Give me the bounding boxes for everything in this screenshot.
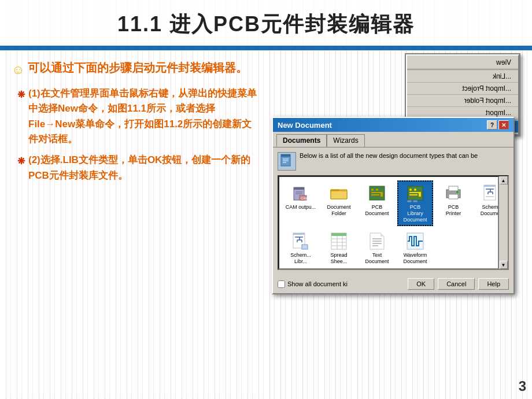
scroll-track <box>500 184 508 261</box>
icon-grid-container: CAM CAM outpu... DocumentFolder <box>278 175 509 270</box>
page-number: 3 <box>519 378 526 394</box>
schem-lib-icon <box>291 232 310 250</box>
pcb-printer-label: PCBPrinter <box>446 204 461 217</box>
step-1-content: (1)在文件管理界面单击鼠标右键，从弹出的快捷菜单中选择New命令，如图11.1… <box>28 86 257 147</box>
svg-rect-27 <box>449 186 458 191</box>
dialog-footer: Show all document ki OK Cancel Help <box>273 275 513 293</box>
dialog-body: Below is a list of all the new design do… <box>273 147 513 275</box>
scroll-up-button[interactable]: ▲ <box>500 176 508 184</box>
step-1: ❋ (1)在文件管理界面单击鼠标右键，从弹出的快捷菜单中选择New命令，如图11… <box>12 86 257 147</box>
waveform-icon <box>406 232 424 250</box>
cancel-button[interactable]: Cancel <box>438 278 475 290</box>
menu-item-view[interactable]: View <box>407 57 518 69</box>
show-all-checkbox[interactable] <box>278 280 285 288</box>
icon-pcb-library[interactable]: PCBLibraryDocument <box>397 180 433 226</box>
svg-rect-44 <box>302 245 308 249</box>
svg-rect-21 <box>409 194 418 195</box>
intro-text: ☺ 可以通过下面的步骤启动元件封装编辑器。 <box>12 59 257 79</box>
new-document-dialog: New Document ? ✕ Documents Wizards <box>272 117 515 294</box>
dialog-description: Below is a list of all the new design do… <box>278 152 509 171</box>
svg-rect-1 <box>281 154 290 157</box>
ok-button[interactable]: OK <box>408 278 434 290</box>
cam-icon: CAM <box>291 184 310 202</box>
dialog-close-button[interactable]: ✕ <box>498 120 509 130</box>
icon-schem-library[interactable]: Schem...Libr... <box>283 228 319 268</box>
show-all-label: Show all document ki <box>287 280 348 287</box>
spread-label: SpreadShee... <box>330 252 347 265</box>
pcb-doc-label: PCBDocument <box>365 204 389 217</box>
desc-icon-svg <box>279 153 295 169</box>
icon-grid: CAM CAM outpu... DocumentFolder <box>279 176 498 269</box>
pcb-lib-icon <box>406 184 424 202</box>
menu-item-import-folder[interactable]: Import Folder... <box>407 95 518 107</box>
icon-spreadsheet[interactable]: SpreadShee... <box>321 228 357 268</box>
svg-rect-20 <box>409 192 421 193</box>
menu-item-import-project[interactable]: Import Project... <box>407 83 518 95</box>
svg-rect-24 <box>413 200 418 202</box>
schem-doc-label: Schem..Documen <box>481 204 498 217</box>
page-title: 11.1 进入PCB元件封装编辑器 <box>12 10 520 39</box>
svg-text:CAM: CAM <box>301 197 308 200</box>
icon-pcb-printer[interactable]: PCBPrinter <box>435 180 471 226</box>
svg-rect-23 <box>407 200 412 202</box>
svg-point-18 <box>409 189 412 191</box>
step-1-bullet: ❋ <box>17 88 25 102</box>
dialog-titlebar: New Document ? ✕ <box>273 118 513 132</box>
title-area: 11.1 进入PCB元件封装编辑器 <box>0 0 532 46</box>
icon-document-folder[interactable]: DocumentFolder <box>321 180 357 226</box>
spread-icon <box>330 232 348 250</box>
svg-point-13 <box>376 189 378 191</box>
dialog-title: New Document <box>278 121 332 130</box>
svg-rect-15 <box>371 194 379 195</box>
desc-icon <box>278 152 296 171</box>
schem-lib-label: Schem...Libr... <box>290 252 311 265</box>
icon-waveform-document[interactable]: WaveformDocument <box>397 228 433 268</box>
scroll-down-button[interactable]: ▼ <box>500 261 508 269</box>
step-2-bullet: ❋ <box>17 154 25 169</box>
schem-doc-icon <box>482 184 498 202</box>
pcb-doc-icon <box>368 184 386 202</box>
cam-label: CAM outpu... <box>286 204 316 210</box>
waveform-label: WaveformDocument <box>403 252 427 265</box>
dialog-controls: ? ✕ <box>487 120 509 130</box>
help-button[interactable]: Help <box>478 278 509 290</box>
svg-point-12 <box>371 189 374 191</box>
folder-icon <box>330 184 348 202</box>
footer-buttons: OK Cancel Help <box>408 278 509 290</box>
blue-separator <box>0 46 532 50</box>
pcb-printer-icon <box>444 184 463 202</box>
svg-rect-29 <box>484 185 496 200</box>
icon-cam-output[interactable]: CAM CAM outpu... <box>283 180 319 226</box>
folder-label: DocumentFolder <box>327 204 350 217</box>
icon-text-document[interactable]: TextDocument <box>359 228 395 268</box>
svg-rect-6 <box>294 187 304 190</box>
tab-wizards[interactable]: Wizards <box>327 134 364 147</box>
right-panel: View Link... Import Project... Import Fo… <box>266 50 532 394</box>
left-panel: ☺ 可以通过下面的步骤启动元件封装编辑器。 ❋ (1)在文件管理界面单击鼠标右键… <box>0 50 266 394</box>
description-text: Below is a list of all the new design do… <box>300 152 478 159</box>
svg-point-19 <box>414 189 416 191</box>
step-1-text: ❋ (1)在文件管理界面单击鼠标右键，从弹出的快捷菜单中选择New命令，如图11… <box>17 86 257 147</box>
pcb-lib-label: PCBLibraryDocument <box>403 204 427 223</box>
svg-rect-26 <box>449 194 458 199</box>
svg-rect-14 <box>371 192 383 193</box>
svg-rect-16 <box>380 193 383 197</box>
intro-text-content: 可以通过下面的步骤启动元件封装编辑器。 <box>28 59 247 76</box>
tab-documents[interactable]: Documents <box>276 134 327 147</box>
svg-rect-30 <box>484 185 496 187</box>
step-2-content: (2)选择.LIB文件类型，单击OK按钮，创建一个新的PCB元件封装库文件。 <box>28 153 257 183</box>
scrollbar[interactable]: ▲ ▼ <box>498 176 508 269</box>
main-content: ☺ 可以通过下面的步骤启动元件封装编辑器。 ❋ (1)在文件管理界面单击鼠标右键… <box>0 50 532 394</box>
svg-point-28 <box>456 191 459 193</box>
menu-item-link[interactable]: Link... <box>407 71 518 83</box>
text-doc-icon <box>368 232 386 250</box>
icon-pcb-document[interactable]: PCBDocument <box>359 180 395 226</box>
step-2-text: ❋ (2)选择.LIB文件类型，单击OK按钮，创建一个新的PCB元件封装库文件。 <box>17 153 257 183</box>
svg-rect-22 <box>419 193 421 197</box>
svg-rect-46 <box>331 233 346 236</box>
show-all-checkbox-area[interactable]: Show all document ki <box>278 280 348 288</box>
icon-schem-document[interactable]: Schem..Documen <box>474 180 498 226</box>
step-2: ❋ (2)选择.LIB文件类型，单击OK按钮，创建一个新的PCB元件封装库文件。 <box>12 153 257 183</box>
dialog-help-button[interactable]: ? <box>487 120 497 130</box>
intro-bullet-icon: ☺ <box>12 60 24 79</box>
